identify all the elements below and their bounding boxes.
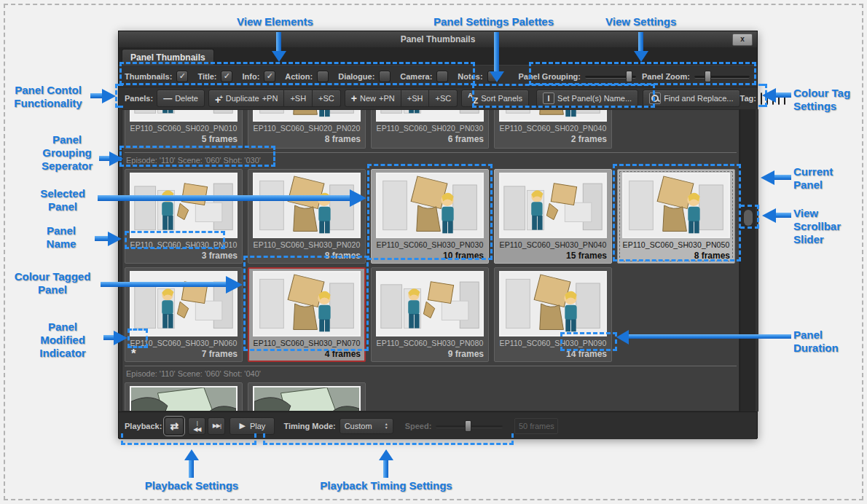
skip-to-start-button[interactable]: |◀◀ xyxy=(188,417,205,435)
checkbox-camera[interactable]: Camera: xyxy=(400,71,448,82)
checkbox-action[interactable]: Action: xyxy=(285,71,329,82)
panel-grouping-label: Panel Grouping: xyxy=(518,72,581,81)
annotation-selected-panel: Selected Panel xyxy=(29,187,96,213)
panel-cell[interactable]: EP110_SC060_SH020_PN0105 frames xyxy=(125,110,243,149)
search-icon xyxy=(649,92,661,104)
panel-duration-label: 4 frames xyxy=(253,349,361,359)
duplicate-sc-button[interactable]: +SC xyxy=(313,90,341,107)
panel-thumbnail-image xyxy=(376,110,484,122)
panel-thumbnail-image xyxy=(253,110,361,122)
arrow-panel-settings-shaft xyxy=(494,32,499,71)
speed-slider[interactable] xyxy=(436,420,503,432)
arrow-selected-panel-head xyxy=(350,189,366,207)
arrow-colour-tag-shaft xyxy=(775,92,791,98)
arrow-view-elements-head xyxy=(272,51,286,62)
panel-cell[interactable]: EP110_SC060_SH020_PN0306 frames xyxy=(371,110,489,149)
slider-handle[interactable] xyxy=(705,71,711,82)
arrow-playback-timing-shaft xyxy=(383,460,388,478)
set-panel-name-button[interactable]: I Set Panel(s) Name... xyxy=(536,90,638,107)
panel-cell[interactable] xyxy=(248,382,366,412)
play-button[interactable]: ▶ Play xyxy=(230,417,275,435)
checkbox-box[interactable]: ✓ xyxy=(176,71,188,82)
new-sc-label: +SC xyxy=(435,94,451,103)
checkbox-dialogue[interactable]: Dialogue: xyxy=(338,71,391,82)
duplicate-panel-button[interactable]: ++ Duplicate +PN xyxy=(208,90,284,107)
panel-duration-label: 9 frames xyxy=(376,349,484,359)
separator-line xyxy=(125,366,737,366)
new-sh-button[interactable]: +SH xyxy=(401,90,430,107)
arrow-selected-panel-shaft xyxy=(98,195,351,201)
checkbox-label: Camera: xyxy=(400,72,432,81)
titlebar[interactable]: Panel Thumbnails x xyxy=(119,31,757,48)
panel-zoom-slider[interactable] xyxy=(694,71,750,82)
panel-duration-label: 14 frames xyxy=(499,349,607,359)
panel-thumbnail-image xyxy=(253,173,361,238)
view-elements-toolbar: Thumbnails: ✓ Title: ✓ Info: ✓ Action: D… xyxy=(119,65,757,87)
panel-cell[interactable]: EP110_SC060_SH030_PN09014 frames xyxy=(494,267,612,362)
tab-panel-thumbnails[interactable]: Panel Thumbnails xyxy=(122,49,214,66)
tab-strip: Panel Thumbnails xyxy=(119,47,757,65)
checkbox-box[interactable] xyxy=(436,71,448,82)
speed-value: 50 frames xyxy=(514,418,558,434)
close-button[interactable]: x xyxy=(732,34,753,46)
panel-cell[interactable]: EP110_SC060_SH030_PN0704 frames xyxy=(248,267,366,362)
annotation-panel-control: Panel Contol Functionality xyxy=(7,84,89,110)
panel-cell[interactable]: EP110_SC060_SH030_PN0809 frames xyxy=(371,267,489,362)
timing-mode-dropdown[interactable]: Custom ▲▼ xyxy=(340,418,393,434)
panel-duration-label: 3 frames xyxy=(130,251,238,261)
find-and-replace-button[interactable]: Find and Replace... xyxy=(643,90,740,107)
duplicate-sh-button[interactable]: +SH xyxy=(284,90,313,107)
slider-handle[interactable] xyxy=(626,71,632,82)
arrow-modified-indicator-head xyxy=(114,331,128,345)
checkbox-box[interactable]: ✓ xyxy=(264,71,275,82)
checkbox-thumbnails[interactable]: Thumbnails: ✓ xyxy=(125,71,188,82)
panel-name-label: EP110_SC060_SH030_PN050 xyxy=(622,240,730,249)
panel-cell[interactable]: EP110_SC060_SH030_PN04015 frames xyxy=(494,169,612,264)
panel-thumbnail-image xyxy=(622,173,730,238)
panel-thumbnail-image xyxy=(499,173,607,238)
annotation-colour-tag-settings: Colour Tag Settings xyxy=(793,87,850,113)
panel-cell[interactable]: EP110_SC060_SH020_PN0402 frames xyxy=(494,110,612,149)
checkbox-info[interactable]: Info: ✓ xyxy=(242,71,275,82)
new-panel-button[interactable]: + New +PN xyxy=(345,90,401,107)
panel-group-separator: Episode: '110' Scene: '060' Shot: '040' xyxy=(125,366,737,378)
sort-panels-button[interactable]: AZ Sort Panels xyxy=(461,90,529,107)
skip-to-end-button[interactable]: ▶▶| xyxy=(208,417,225,435)
checkbox-box[interactable]: ✓ xyxy=(221,71,232,82)
delete-panel-button[interactable]: — Delete xyxy=(157,90,205,107)
slider-handle[interactable] xyxy=(465,420,471,432)
speed-label: Speed: xyxy=(405,422,432,430)
annotation-panel-modified-indicator: Panel Modified Indicator xyxy=(23,320,102,360)
arrow-panel-settings-head xyxy=(490,71,504,82)
play-label: Play xyxy=(250,422,265,430)
panel-grouping-slider[interactable] xyxy=(585,71,636,82)
checkbox-title[interactable]: Title: ✓ xyxy=(197,71,232,82)
panel-cell[interactable]: EP110_SC060_SH030_PN0508 frames xyxy=(617,169,735,264)
arrow-panel-duration-shaft xyxy=(628,334,791,339)
panel-thumbnail-image xyxy=(253,271,361,336)
checkbox-box[interactable] xyxy=(317,71,329,82)
panel-cell[interactable]: EP110_SC060_SH030_PN03010 frames xyxy=(371,169,489,264)
panel-cell[interactable]: EP110_SC060_SH030_PN0208 frames xyxy=(248,169,366,264)
checkbox-box[interactable] xyxy=(379,71,391,82)
play-icon: ▶ xyxy=(239,421,245,430)
arrow-view-settings-head xyxy=(634,51,648,62)
duplicate-pn-label: +PN xyxy=(262,94,278,103)
sort-az-icon: AZ xyxy=(468,92,478,104)
panels-label: Panels: xyxy=(125,94,153,103)
loop-button[interactable]: ⇄ xyxy=(165,417,184,435)
panel-name-label: EP110_SC060_SH030_PN060 xyxy=(130,339,238,347)
arrow-playback-timing-head xyxy=(379,449,393,460)
panel-cell[interactable] xyxy=(125,382,243,412)
scrollbar-thumb[interactable] xyxy=(744,210,753,226)
panel-zoom-label: Panel Zoom: xyxy=(642,72,690,81)
new-sc-button[interactable]: +SC xyxy=(429,90,458,107)
panel-group-separator: Episode: '110' Scene: '060' Shot: '030' xyxy=(125,152,737,165)
panel-cell[interactable]: EP110_SC060_SH020_PN0208 frames xyxy=(248,110,366,149)
panel-name-label: EP110_SC060_SH020_PN040 xyxy=(499,124,607,133)
duplicate-label: Duplicate xyxy=(226,94,259,103)
view-scrollbar[interactable] xyxy=(740,109,756,412)
panel-cell[interactable]: EP110_SC060_SH030_PN0103 frames xyxy=(125,169,243,264)
panel-thumbnail-image xyxy=(499,110,607,122)
text-cursor-icon: I xyxy=(543,92,554,104)
